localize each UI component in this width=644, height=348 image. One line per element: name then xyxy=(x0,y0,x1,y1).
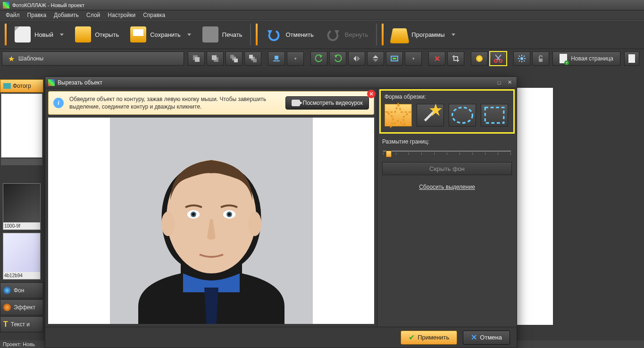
new-label: Новый xyxy=(34,31,53,38)
tab-photos[interactable]: Фотогр xyxy=(0,79,43,93)
svg-line-31 xyxy=(519,60,520,61)
send-backward-button[interactable] xyxy=(207,51,224,66)
app-titlebar: ФотоКОЛЛАЖ - Новый проект xyxy=(0,0,644,10)
svg-marker-0 xyxy=(268,30,272,35)
save-icon xyxy=(130,26,146,42)
align-center-button[interactable] xyxy=(268,51,285,66)
menu-settings[interactable]: Настройки xyxy=(105,11,138,19)
sidebar-fx-label: Эффект xyxy=(14,304,35,311)
chevron-down-icon xyxy=(452,34,455,36)
folder-open-icon xyxy=(75,26,91,42)
menu-layer[interactable]: Слой xyxy=(84,11,103,19)
effects-button[interactable] xyxy=(471,51,488,66)
new-page-button[interactable]: + Новая страница xyxy=(552,51,620,66)
svg-line-29 xyxy=(519,56,520,57)
align-dropdown-button[interactable]: ▾ xyxy=(287,51,304,66)
save-button[interactable]: Сохранить xyxy=(125,22,196,47)
separator xyxy=(250,24,251,45)
bring-front-button[interactable] xyxy=(226,51,243,66)
info-icon: i xyxy=(53,98,64,108)
new-button[interactable]: Новый xyxy=(9,22,69,47)
svg-marker-18 xyxy=(373,55,378,58)
bring-forward-button[interactable] xyxy=(188,51,205,66)
fit-dropdown-button[interactable]: ▾ xyxy=(405,51,422,66)
rotate-ccw-button[interactable] xyxy=(310,51,327,66)
hide-background-button[interactable]: Скрыть фон xyxy=(382,162,512,175)
svg-point-24 xyxy=(520,57,523,60)
thumbnail-caption: 1000-9f xyxy=(3,222,40,229)
templates-button[interactable]: ★ Шаблоны xyxy=(2,51,184,66)
flip-v-button[interactable] xyxy=(367,51,384,66)
svg-rect-3 xyxy=(195,57,200,62)
templates-label: Шаблоны xyxy=(18,55,43,62)
send-back-button[interactable] xyxy=(244,51,261,66)
shape-magic-wand-button[interactable] xyxy=(417,104,444,127)
svg-line-32 xyxy=(524,56,525,57)
programs-button[interactable]: Программы xyxy=(386,22,460,47)
x-icon: ✕ xyxy=(471,333,477,342)
palette-icon xyxy=(3,304,11,311)
maximize-button[interactable]: □ xyxy=(495,79,503,86)
page-plus-icon: + xyxy=(560,54,567,63)
print-icon xyxy=(202,26,218,42)
dialog-titlebar[interactable]: Вырезать объект □ ✕ xyxy=(45,77,517,88)
sidebar-section-bg[interactable]: Фон xyxy=(0,282,43,298)
svg-rect-48 xyxy=(485,108,504,123)
svg-point-47 xyxy=(452,108,473,123)
lock-button[interactable] xyxy=(532,51,549,66)
watch-video-button[interactable]: Посмотреть видеоурок xyxy=(285,96,369,110)
svg-marker-19 xyxy=(373,59,378,62)
print-button[interactable]: Печать xyxy=(197,22,248,47)
programs-label: Программы xyxy=(411,31,444,38)
image-preview-area[interactable] xyxy=(48,118,374,324)
webcam-icon xyxy=(292,100,300,106)
page-settings-button[interactable] xyxy=(624,51,639,66)
settings-button[interactable] xyxy=(513,51,530,66)
menu-file[interactable]: Файл xyxy=(3,11,23,19)
blur-slider[interactable] xyxy=(383,149,511,153)
redo-button[interactable]: Вернуть xyxy=(320,22,374,47)
blur-label: Размытие границ: xyxy=(382,138,512,145)
banner-close-button[interactable]: ✕ xyxy=(367,90,376,98)
dialog-side-panel: Форма обрезки: Разм xyxy=(377,88,517,327)
cancel-label: Отмена xyxy=(480,334,502,341)
delete-button[interactable]: ✕ xyxy=(428,51,445,66)
new-file-icon xyxy=(15,26,31,42)
cut-object-button[interactable] xyxy=(490,51,507,66)
sidebar-section-fx[interactable]: Эффект xyxy=(0,299,43,315)
thumbnail-item[interactable]: 1000-9f xyxy=(3,183,41,230)
svg-point-41 xyxy=(228,213,231,216)
check-icon: ✔ xyxy=(409,333,415,342)
flip-h-button[interactable] xyxy=(348,51,365,66)
info-text: Обведите объект по контуру, зажав левую … xyxy=(69,95,280,110)
svg-point-42 xyxy=(161,212,175,236)
separator xyxy=(376,24,377,45)
undo-button[interactable]: Отменить xyxy=(260,22,318,47)
cut-object-dialog: Вырезать объект □ ✕ i Обведите объект по… xyxy=(45,76,517,348)
fit-screen-button[interactable] xyxy=(386,51,403,66)
app-icon xyxy=(3,2,9,8)
rotate-cw-button[interactable] xyxy=(329,51,346,66)
menu-help[interactable]: Справка xyxy=(140,11,168,19)
box-icon xyxy=(390,28,410,43)
open-button[interactable]: Открыть xyxy=(70,22,124,47)
crop-button[interactable] xyxy=(447,51,464,66)
svg-rect-21 xyxy=(393,58,396,59)
dialog-title: Вырезать объект xyxy=(58,79,102,86)
close-button[interactable]: ✕ xyxy=(505,79,514,86)
cancel-button[interactable]: ✕ Отмена xyxy=(463,331,510,345)
menu-add[interactable]: Добавить xyxy=(51,11,82,19)
thumbnail-item[interactable]: 4b12b94 xyxy=(3,233,41,280)
svg-rect-12 xyxy=(273,60,280,61)
toolbar-accent xyxy=(382,24,384,45)
menu-edit[interactable]: Правка xyxy=(25,11,50,19)
shape-rect-button[interactable] xyxy=(481,104,508,127)
shape-ellipse-button[interactable] xyxy=(449,104,476,127)
apply-button[interactable]: ✔ Применить xyxy=(401,331,457,345)
shape-freeform-button[interactable] xyxy=(385,104,412,127)
reset-selection-link[interactable]: Сбросить выделение xyxy=(382,184,512,190)
scrollbar[interactable] xyxy=(1,159,42,165)
crop-shape-label: Форма обрезки: xyxy=(385,93,510,100)
thumbnail-strip[interactable] xyxy=(1,93,42,158)
sidebar-section-text[interactable]: T Текст и xyxy=(0,316,43,332)
